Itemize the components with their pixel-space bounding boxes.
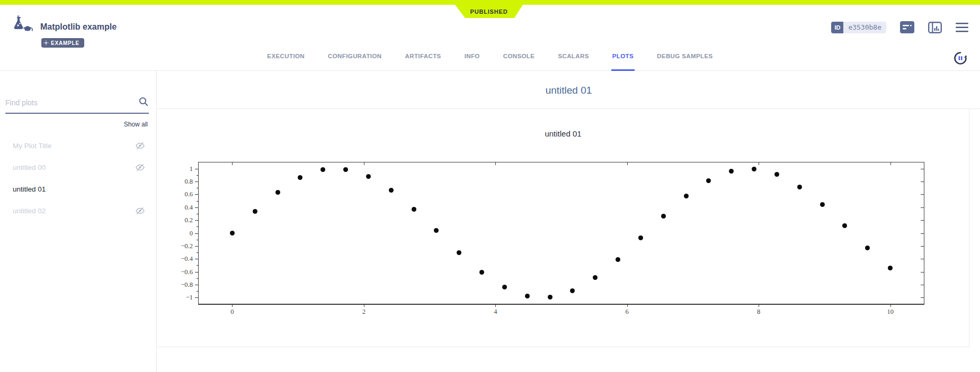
plot-item-label: untitled 02 [13,207,46,215]
y-tick [195,220,199,221]
data-point [888,266,893,270]
plots-sidebar: Show all My Plot Titleuntitled 00untitle… [0,71,157,372]
tab-artifacts[interactable]: ARTIFACTS [404,42,442,71]
y-minor-tick [197,175,199,176]
y-minor-tick [197,214,199,214]
y-minor-tick [197,226,199,227]
tab-scalars[interactable]: SCALARS [557,42,590,71]
y-tick [195,233,199,234]
data-point [457,250,461,255]
x-tick-label: 10 [887,308,894,316]
menu-icon[interactable] [956,23,968,32]
eye-slash-icon[interactable] [135,162,145,173]
eye-slash-icon[interactable] [135,141,145,151]
status-bar [0,0,980,5]
data-point [389,188,394,193]
main-panel: untitled 01 untitled 01 024681010.80.60.… [157,71,980,372]
y-tick-label: 0.6 [184,190,193,198]
y-tick-label: 0.4 [184,203,193,211]
x-tick-label: 0 [230,308,234,316]
show-all-link[interactable]: Show all [0,121,148,128]
y-tick-label: −0.2 [181,242,193,250]
y-tick [195,285,199,285]
tab-console[interactable]: CONSOLE [502,42,536,71]
plot-list-item[interactable]: untitled 02 [0,200,156,222]
y-tick-mirror [921,297,924,298]
x-tick [890,304,891,307]
y-tick-label: 0 [190,229,193,237]
plot-list-item[interactable]: untitled 00 [0,157,156,178]
x-tick [364,304,364,307]
data-point [616,257,620,262]
plot-item-label: untitled 01 [13,185,46,193]
y-tick-label: 0.2 [184,216,193,224]
data-point [275,190,280,195]
data-point [661,214,666,219]
y-tick-mirror [921,285,924,285]
plot-item-label: untitled 00 [13,164,46,171]
y-tick-mirror [921,194,924,195]
tab-execution[interactable]: EXECUTION [266,42,306,71]
y-tick-label: −0.6 [181,268,193,276]
search-input[interactable] [5,98,138,107]
data-point [820,202,825,207]
experiment-title: Matplotlib example [40,22,117,32]
y-tick-label: 0.8 [184,178,193,186]
eye-slash-icon[interactable] [135,206,145,216]
x-tick [232,304,233,307]
data-point [593,275,598,280]
data-point [729,169,734,174]
plot-list-item[interactable]: My Plot Title [0,135,156,157]
x-tick-label: 4 [494,308,497,316]
y-tick [195,259,199,259]
y-minor-tick [197,201,199,202]
tab-debug-samples[interactable]: DEBUG SAMPLES [656,42,714,71]
data-point [548,295,553,300]
y-minor-tick [197,252,199,253]
x-tick-label: 2 [362,308,366,316]
tab-configuration[interactable]: CONFIGURATION [327,42,382,71]
plot-title: untitled 01 [157,109,969,138]
data-point [298,175,302,180]
y-tick [195,297,199,298]
y-tick-label: −0.8 [181,280,193,288]
x-tick-mirror [890,162,891,165]
tab-plots[interactable]: PLOTS [611,42,635,71]
data-point [525,294,530,298]
y-tick [195,246,199,247]
plot-card: untitled 01 024681010.80.60.40.20−0.2−0.… [157,109,969,347]
plot-list-item[interactable]: untitled 01 [0,178,156,200]
plot-item-label: My Plot Title [13,142,52,150]
tab-info[interactable]: INFO [464,42,481,71]
data-point [797,185,802,189]
y-tick-mirror [921,259,924,259]
y-minor-tick [197,265,199,266]
y-tick-mirror [921,220,924,221]
y-tick-label: −1 [186,294,193,302]
data-point [479,270,484,275]
data-point [502,285,507,289]
task-details-icon[interactable] [900,21,914,33]
search-icon[interactable] [138,96,149,109]
x-tick-mirror [232,162,233,165]
x-tick-label: 6 [626,308,629,316]
data-point [366,174,371,179]
search-field [5,96,149,114]
project-logo-icon [11,15,34,37]
plot-list: My Plot Titleuntitled 00untitled 01untit… [0,135,156,222]
x-tick [759,304,759,307]
data-point [842,223,847,228]
metrics-panel-icon[interactable] [928,22,942,33]
y-minor-tick [197,278,199,279]
data-point [343,167,348,172]
y-tick-mirror [921,233,924,234]
task-id-chip[interactable]: ID e3530b8e [831,22,886,33]
plot-area[interactable]: 024681010.80.60.40.20−0.2−0.4−0.6−0.8−1 [198,162,924,305]
y-tick-label: −0.4 [181,255,193,263]
data-point [684,194,689,198]
y-minor-tick [197,291,199,292]
data-point [412,207,416,212]
data-point [434,228,439,233]
y-tick-mirror [921,272,924,273]
data-point [706,178,711,183]
